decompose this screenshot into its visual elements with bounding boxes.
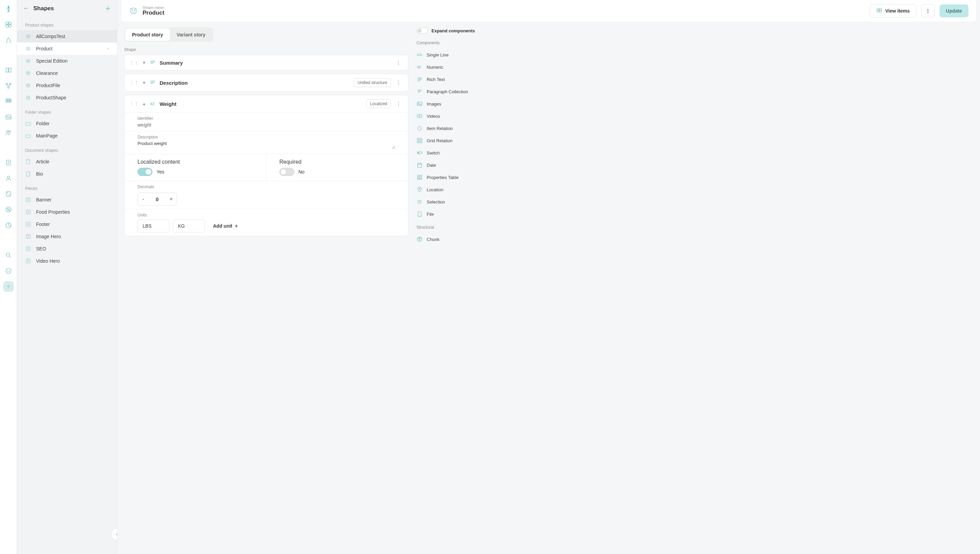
shape-item[interactable]: Video Hero bbox=[17, 255, 117, 267]
rail-az[interactable]: AZ bbox=[4, 266, 13, 275]
product-shape-icon bbox=[25, 70, 31, 76]
shape-item[interactable]: Clearance bbox=[17, 67, 117, 79]
chevron-left-icon: ‹ bbox=[108, 46, 109, 51]
component-menu-button[interactable]: ⋮ bbox=[394, 80, 403, 86]
rail-book[interactable] bbox=[4, 65, 13, 75]
shape-item[interactable]: Special Edition bbox=[17, 55, 117, 67]
shape-item[interactable]: Food Properties bbox=[17, 206, 117, 218]
shape-item[interactable]: Image Hero bbox=[17, 230, 117, 243]
drag-handle-icon[interactable]: ⋮⋮ bbox=[129, 80, 139, 85]
rail-shapes[interactable] bbox=[4, 81, 13, 91]
component-type-item[interactable]: Location bbox=[417, 183, 478, 196]
rail-rocket[interactable] bbox=[4, 35, 13, 45]
structural-type-item[interactable]: Chunk bbox=[417, 233, 478, 245]
svg-point-31 bbox=[29, 36, 30, 37]
component-type-item[interactable]: Selection bbox=[417, 196, 478, 208]
component-type-item[interactable]: Date bbox=[417, 159, 478, 171]
component-type-item[interactable]: Grid Relation bbox=[417, 134, 478, 146]
svg-rect-9 bbox=[10, 99, 11, 100]
required-toggle[interactable] bbox=[279, 168, 294, 176]
localized-field: Localized content Yes bbox=[124, 154, 266, 181]
component-type-item[interactable]: Paragraph Collection bbox=[417, 85, 478, 98]
header-menu-button[interactable]: ⋮ bbox=[921, 5, 935, 18]
component-type-item[interactable]: Single Line bbox=[417, 49, 478, 61]
piece-icon bbox=[25, 234, 31, 240]
component-type-label: Videos bbox=[427, 114, 440, 119]
component-type-item[interactable]: Item Relation bbox=[417, 122, 478, 134]
rail-pie[interactable] bbox=[4, 221, 13, 230]
itemrelation-icon bbox=[417, 125, 423, 131]
header-meta: Shape name Product bbox=[143, 5, 164, 16]
svg-rect-56 bbox=[877, 8, 879, 10]
svg-point-55 bbox=[134, 10, 135, 11]
rail-doc[interactable] bbox=[4, 158, 13, 167]
view-items-button[interactable]: View items bbox=[870, 4, 916, 18]
expand-components-label: Expand components bbox=[431, 28, 475, 33]
localized-toggle[interactable] bbox=[137, 168, 153, 176]
component-type-item[interactable]: Properties Table bbox=[417, 171, 478, 183]
svg-point-54 bbox=[132, 10, 133, 11]
field-label: Identifier bbox=[137, 116, 395, 121]
svg-point-14 bbox=[6, 131, 8, 132]
svg-point-42 bbox=[27, 85, 28, 85]
drag-handle-icon[interactable]: ⋮⋮ bbox=[129, 60, 139, 65]
component-type-item[interactable]: File bbox=[417, 208, 478, 220]
drag-handle-icon[interactable]: ⋮⋮ bbox=[129, 101, 139, 107]
caret-icon[interactable]: ▼ bbox=[142, 60, 146, 65]
add-shape-icon[interactable] bbox=[105, 5, 111, 11]
tab[interactable]: Product story bbox=[125, 29, 170, 41]
component-type-item[interactable]: Videos bbox=[417, 110, 478, 122]
rail-user[interactable] bbox=[4, 174, 13, 183]
rail-dice[interactable] bbox=[4, 189, 13, 199]
rail-image[interactable] bbox=[4, 112, 13, 122]
component-type-item[interactable]: Rich Text bbox=[417, 73, 478, 85]
component-type-label: Numeric bbox=[427, 65, 443, 70]
rail-grid[interactable] bbox=[4, 97, 13, 106]
unit-chip[interactable]: KG bbox=[173, 220, 205, 232]
switch-icon bbox=[417, 150, 423, 156]
unit-chip[interactable]: LBS bbox=[137, 220, 169, 232]
back-arrow-icon[interactable]: ← bbox=[23, 5, 29, 12]
rail-people[interactable] bbox=[4, 128, 13, 137]
shape-item[interactable]: Footer bbox=[17, 218, 117, 230]
singleline-icon bbox=[417, 52, 423, 58]
shape-item[interactable]: Article bbox=[17, 156, 117, 168]
component-type-item[interactable]: Switch bbox=[417, 146, 478, 159]
update-button[interactable]: Update bbox=[940, 5, 969, 18]
stepper-value: 0 bbox=[149, 196, 166, 202]
component-menu-button[interactable]: ⋮ bbox=[394, 101, 403, 107]
shape-item[interactable]: Bio bbox=[17, 168, 117, 180]
shape-item[interactable]: Folder bbox=[17, 118, 117, 130]
description-textarea[interactable]: Product weight bbox=[137, 141, 395, 149]
stepper-plus-button[interactable]: + bbox=[166, 193, 177, 205]
rail-settings[interactable] bbox=[4, 282, 13, 291]
component-type-label: Paragraph Collection bbox=[427, 89, 468, 94]
field-label: Localized content bbox=[137, 159, 253, 165]
numeric-icon: 42 bbox=[150, 100, 156, 107]
add-unit-button[interactable]: Add unit + bbox=[208, 220, 243, 232]
expand-components-toggle[interactable] bbox=[417, 27, 428, 34]
tab[interactable]: Variant story bbox=[170, 29, 212, 41]
component-menu-button[interactable]: ⋮ bbox=[394, 60, 403, 66]
component-type-item[interactable]: 42Numeric bbox=[417, 61, 478, 73]
shape-group-header: Document shapes bbox=[17, 142, 117, 156]
component-type-item[interactable]: Images bbox=[417, 98, 478, 110]
shape-item[interactable]: ProductFile bbox=[17, 79, 117, 92]
rail-catalogue[interactable] bbox=[4, 20, 13, 29]
shape-item-label: Product bbox=[36, 46, 52, 51]
shape-item[interactable]: Banner bbox=[17, 194, 117, 206]
shape-item[interactable]: Product‹ bbox=[17, 43, 117, 55]
rail-percent[interactable] bbox=[4, 205, 13, 214]
svg-point-37 bbox=[29, 60, 30, 61]
rail-search[interactable] bbox=[4, 250, 13, 260]
caret-icon[interactable]: ▲ bbox=[142, 102, 146, 106]
collapse-sidebar-button[interactable]: ‹ bbox=[111, 528, 118, 540]
identifier-value[interactable]: weight bbox=[137, 122, 395, 127]
shape-item[interactable]: MainPage bbox=[17, 130, 117, 142]
shape-item[interactable]: ProductShape bbox=[17, 92, 117, 104]
svg-rect-68 bbox=[417, 141, 419, 143]
shape-item[interactable]: SEO bbox=[17, 243, 117, 255]
stepper-minus-button[interactable]: - bbox=[138, 193, 149, 205]
shape-item[interactable]: AllCompsTest bbox=[17, 30, 117, 43]
caret-icon[interactable]: ▼ bbox=[142, 81, 146, 85]
